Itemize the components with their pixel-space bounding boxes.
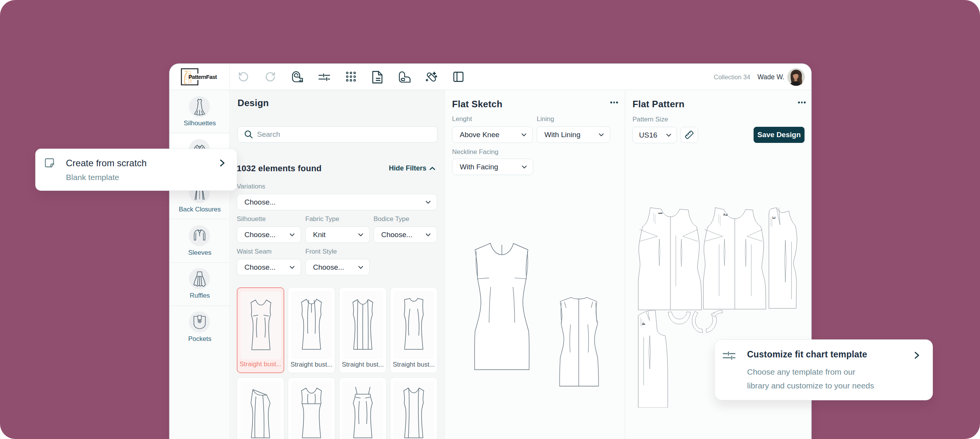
svg-text:3: 3 xyxy=(771,216,777,219)
svg-text:2: 2 xyxy=(723,213,728,216)
svg-text:1: 1 xyxy=(657,212,663,215)
svg-text:PatternFast: PatternFast xyxy=(188,74,217,80)
svg-text:4: 4 xyxy=(641,323,647,325)
